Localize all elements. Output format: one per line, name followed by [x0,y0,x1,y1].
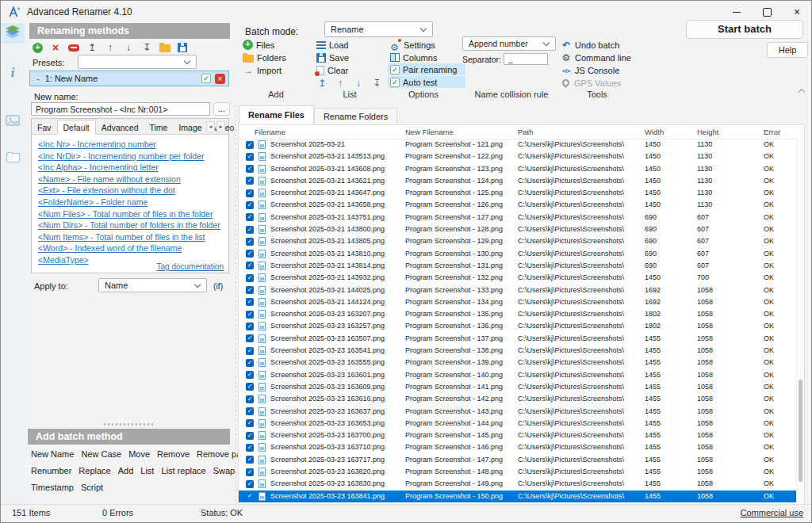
tab-scroll-left-icon[interactable]: ◂ [206,121,215,132]
row-checkbox[interactable] [246,407,254,415]
help-button[interactable]: Help [767,42,808,58]
list-load-button[interactable]: Load [316,39,348,51]
vertical-splitter[interactable] [235,105,236,505]
method-item-new-name[interactable]: - 1: New Name [29,71,229,86]
move-file-bottom-icon[interactable] [371,78,382,89]
add-files-button[interactable]: Files [243,39,274,51]
row-checkbox[interactable] [246,371,254,379]
table-row[interactable]: Screenshot 2025-03-23 163257.png Program… [239,320,797,332]
list-clear-button[interactable]: Clear [316,64,348,76]
minimize-button[interactable] [727,2,746,21]
table-row[interactable]: Screenshot 2025-03-21 144124.png Program… [239,296,797,308]
row-checkbox[interactable] [246,201,254,209]
remove-all-methods-icon[interactable] [68,44,79,52]
tag-tab[interactable]: Image [173,120,207,134]
row-checkbox[interactable] [246,432,254,440]
tag-tab[interactable]: Fav [32,120,57,134]
row-checkbox[interactable] [246,286,254,294]
collapse-indicator[interactable]: - [36,74,40,83]
move-method-down-icon[interactable] [123,42,134,53]
table-row[interactable]: Screenshot 2025-03-21 144025.png Program… [239,284,797,296]
row-checkbox[interactable] [246,189,254,197]
license-link[interactable]: Commercial use [741,508,803,517]
add-batch-method-link[interactable]: Script [81,483,103,492]
row-checkbox[interactable] [246,141,254,149]
table-row[interactable]: Screenshot 2025-03-23 163507.png Program… [239,333,797,345]
column-header-filename[interactable]: Filename [255,125,285,139]
row-checkbox[interactable] [246,395,254,403]
tag-link[interactable]: <Name> - File name without extension [38,174,228,185]
add-batch-method-link[interactable]: Remove [157,449,190,459]
gps-values-button[interactable]: GPS Values [561,77,621,89]
add-batch-method-link[interactable]: Add [118,466,134,475]
table-row[interactable]: Screenshot 2025-03-23 163841.png Program… [239,491,797,502]
table-row[interactable]: Screenshot 2025-03-23 163609.png Program… [239,381,797,393]
move-file-down-icon[interactable] [353,78,364,89]
table-row[interactable]: Screenshot 2025-03-23 163555.png Program… [239,357,797,368]
add-batch-method-link[interactable]: Replace [79,466,110,475]
tag-tab[interactable]: Advanced [96,120,144,134]
add-batch-method-link[interactable]: List replace [161,466,205,475]
table-row[interactable]: Screenshot 2025-03-21 143621.png Program… [239,175,797,187]
table-row[interactable]: Screenshot 2025-03-21 143658.png Program… [239,199,797,211]
presets-dropdown[interactable] [78,55,197,69]
tag-link[interactable]: <Inc Nr> - Incrementing number [38,139,228,151]
columns-button[interactable]: Columns [390,52,437,63]
column-header-path[interactable]: Path [518,125,534,139]
table-row[interactable]: Screenshot 2025-03-23 163601.png Program… [239,369,797,381]
method-enabled-checkbox[interactable] [201,74,211,83]
table-row[interactable]: Screenshot 2025-03-21 143751.png Program… [239,212,797,223]
column-header-new-filename[interactable]: New Filename [405,125,454,139]
move-method-up-icon[interactable] [105,42,116,53]
row-checkbox[interactable] [246,383,254,391]
command-line-button[interactable]: Command line [561,52,631,63]
save-preset-icon[interactable] [178,43,187,52]
row-checkbox[interactable] [246,262,254,269]
undo-batch-button[interactable]: Undo batch [561,39,619,51]
sidebar-item-folder[interactable] [1,147,25,167]
tag-tab[interactable]: Default [57,120,96,135]
row-checkbox[interactable] [246,213,254,221]
collision-rule-dropdown[interactable]: Append number [462,36,556,51]
table-row[interactable]: Screenshot 2025-03-21 143608.png Program… [239,163,797,175]
row-checkbox[interactable] [246,311,254,319]
row-checkbox[interactable] [246,165,254,173]
add-method-icon[interactable] [33,43,43,53]
move-method-top-icon[interactable] [86,42,98,53]
start-batch-button[interactable]: Start batch [686,20,803,39]
row-checkbox[interactable] [246,153,254,161]
import-button[interactable]: Import [243,64,282,76]
table-row[interactable]: Screenshot 2025-03-23 163820.png Program… [239,466,797,478]
panel-splitter-handle[interactable] [104,423,153,426]
row-checkbox[interactable] [246,468,254,476]
row-checkbox[interactable] [246,226,254,234]
add-batch-method-link[interactable]: Timestamp [31,483,74,492]
tag-link[interactable]: <Num Dirs> - Total number of folders in … [38,220,228,231]
add-batch-method-link[interactable]: New Name [31,449,74,459]
tag-tab[interactable]: Time [144,120,174,134]
row-checkbox[interactable] [246,444,254,452]
js-console-button[interactable]: JS Console [561,64,619,76]
list-save-button[interactable]: Save [316,52,349,63]
table-row[interactable]: Screenshot 2025-03-23 163700.png Program… [239,429,797,441]
row-checkbox[interactable] [246,323,254,330]
tag-link[interactable]: <Ext> - File extension without the dot [38,185,228,197]
row-checkbox[interactable] [246,177,254,185]
remove-method-icon[interactable] [50,42,61,54]
move-file-up-icon[interactable] [335,78,346,89]
row-checkbox[interactable] [246,250,254,258]
move-method-bottom-icon[interactable] [141,42,152,53]
table-row[interactable]: Screenshot 2025-03-21 143814.png Program… [239,260,797,272]
sidebar-item-info[interactable]: i [1,63,25,83]
table-row[interactable]: Screenshot 2025-03-21 143932.png Program… [239,272,797,284]
move-file-top-icon[interactable] [316,78,327,89]
separator-input[interactable] [504,53,548,65]
table-row[interactable]: Screenshot 2025-03-21 143800.png Program… [239,223,797,235]
open-preset-icon[interactable] [159,44,170,52]
settings-button[interactable]: Settings [390,39,435,51]
file-list-tab[interactable]: Rename Folders [314,108,397,124]
apply-to-dropdown[interactable]: Name [98,278,207,292]
table-row[interactable]: Screenshot 2025-03-23 163541.png Program… [239,345,797,357]
add-batch-method-link[interactable]: Swap [213,466,236,475]
if-link[interactable]: (if) [213,281,223,291]
